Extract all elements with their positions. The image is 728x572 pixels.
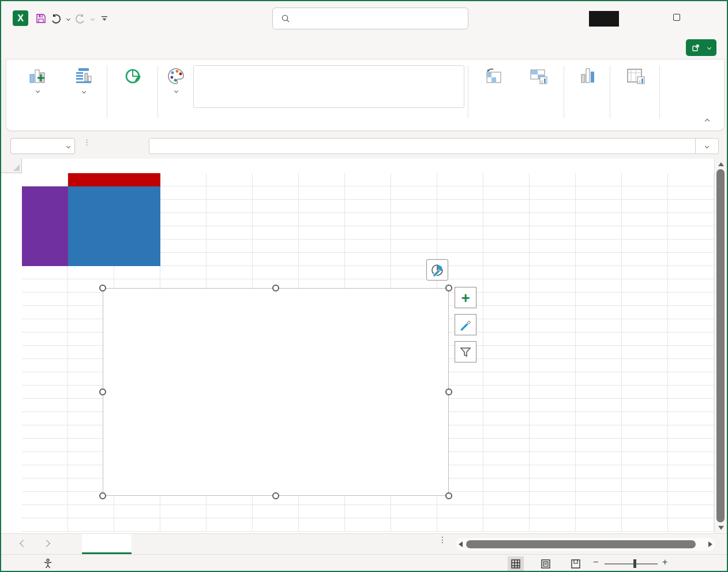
- chart-elements-button[interactable]: +: [455, 287, 476, 308]
- switch-row-column-button[interactable]: [471, 64, 516, 115]
- insert-function-icon[interactable]: [127, 138, 142, 154]
- vertical-scroll-thumb[interactable]: [716, 169, 725, 522]
- add-chart-element-icon: [28, 64, 47, 86]
- status-bar: − +: [1, 554, 727, 572]
- chart-handle-ne[interactable]: [445, 285, 452, 291]
- undo-dropdown-icon[interactable]: [63, 10, 73, 27]
- enter-icon[interactable]: [110, 138, 125, 154]
- chart-beautify-button[interactable]: [110, 64, 156, 115]
- select-all-corner[interactable]: [1, 159, 22, 173]
- add-sheet-button[interactable]: [158, 536, 174, 552]
- scroll-up-icon[interactable]: [718, 162, 724, 166]
- minimize-button[interactable]: [629, 1, 656, 33]
- customize-toolbar-icon[interactable]: [97, 10, 112, 27]
- search-input[interactable]: [272, 8, 468, 29]
- scroll-right-icon[interactable]: [708, 541, 712, 547]
- page-break-icon: [571, 559, 581, 569]
- chart-handle-n[interactable]: [272, 285, 279, 291]
- chart-styles-button[interactable]: [455, 314, 476, 335]
- chart-handle-s[interactable]: [272, 492, 279, 499]
- chart-handle-nw[interactable]: [99, 285, 106, 291]
- scroll-left-icon[interactable]: [459, 541, 463, 547]
- save-icon[interactable]: [33, 10, 48, 27]
- accessibility-icon: [43, 558, 53, 569]
- pie-brush-icon: [430, 263, 445, 278]
- view-normal-button[interactable]: [508, 556, 524, 571]
- share-button[interactable]: [686, 39, 716, 56]
- signin-button[interactable]: [589, 11, 619, 27]
- maximize-button[interactable]: [663, 1, 690, 33]
- search-icon: [281, 14, 290, 23]
- funnel-icon: [459, 345, 472, 359]
- select-data-icon: [528, 64, 549, 86]
- move-chart-icon: [625, 64, 646, 86]
- select-data-button[interactable]: [516, 64, 561, 115]
- scroll-down-icon[interactable]: [718, 526, 724, 530]
- zoom-out-icon[interactable]: −: [593, 557, 598, 567]
- formula-bar-expand-icon[interactable]: [696, 138, 719, 154]
- horizontal-scroll-thumb[interactable]: [466, 540, 696, 548]
- switch-row-column-icon: [483, 64, 504, 86]
- tab-splitter-grip[interactable]: ⋮: [438, 537, 446, 542]
- chart-beautify-icon: [123, 64, 143, 86]
- sheet-tab-sheet1[interactable]: [82, 534, 132, 554]
- excel-app-icon: X: [13, 10, 28, 26]
- redo-dropdown-icon[interactable]: [88, 10, 97, 27]
- chart-handle-e[interactable]: [445, 388, 452, 395]
- change-chart-type-icon: [578, 64, 598, 86]
- name-box[interactable]: [10, 138, 75, 154]
- cancel-icon[interactable]: [93, 138, 108, 154]
- chart-handle-sw[interactable]: [99, 492, 106, 499]
- chart-handle-w[interactable]: [99, 388, 106, 395]
- name-box-dropdown-icon[interactable]: [66, 144, 70, 148]
- share-icon: [692, 44, 700, 52]
- change-colors-button[interactable]: [160, 64, 192, 115]
- zoom-slider-track[interactable]: [605, 563, 658, 564]
- formula-bar-row: ⋮: [1, 134, 727, 158]
- move-chart-button[interactable]: [613, 64, 657, 115]
- collapse-ribbon-icon[interactable]: [702, 115, 712, 125]
- redo-icon[interactable]: [73, 10, 88, 27]
- selection-series-names: [68, 173, 160, 186]
- spreadsheet-grid: +: [1, 159, 715, 533]
- chart[interactable]: [103, 288, 449, 496]
- normal-view-icon: [511, 559, 521, 569]
- chart-styles-gallery: [193, 65, 464, 108]
- zoom-in-icon[interactable]: +: [662, 557, 667, 567]
- quick-layout-button[interactable]: [63, 64, 104, 115]
- formula-bar-grip[interactable]: ⋮: [83, 140, 91, 144]
- next-sheet-icon[interactable]: [43, 540, 50, 547]
- selection-values: [68, 186, 160, 266]
- close-button[interactable]: [697, 1, 724, 33]
- page-layout-icon: [541, 559, 551, 569]
- view-page-layout-button[interactable]: [538, 556, 554, 571]
- quick-layout-icon: [74, 64, 93, 86]
- horizontal-scrollbar[interactable]: [456, 538, 715, 551]
- ribbon: [6, 59, 725, 131]
- selection-categories: [22, 186, 68, 266]
- excel-window: X: [0, 0, 728, 572]
- change-colors-icon: [166, 64, 186, 86]
- beautify-float-button[interactable]: [426, 259, 448, 281]
- prev-sheet-icon[interactable]: [20, 540, 27, 547]
- sheet-tab-bar: ⋮: [1, 533, 727, 554]
- quick-access-toolbar: [33, 9, 112, 28]
- view-page-break-button[interactable]: [568, 556, 584, 571]
- chart-handle-se[interactable]: [445, 492, 452, 499]
- ribbon-tab-row: [1, 36, 727, 59]
- change-chart-type-button[interactable]: [567, 64, 609, 115]
- undo-icon[interactable]: [48, 10, 63, 27]
- add-chart-element-button[interactable]: [13, 64, 62, 115]
- title-bar: X: [1, 1, 727, 36]
- vertical-scrollbar[interactable]: [714, 159, 726, 533]
- formula-input[interactable]: [149, 138, 696, 154]
- plus-icon: +: [461, 292, 470, 304]
- chart-filters-button[interactable]: [455, 341, 476, 362]
- brush-icon: [459, 318, 472, 332]
- zoom-slider-thumb[interactable]: [633, 559, 636, 568]
